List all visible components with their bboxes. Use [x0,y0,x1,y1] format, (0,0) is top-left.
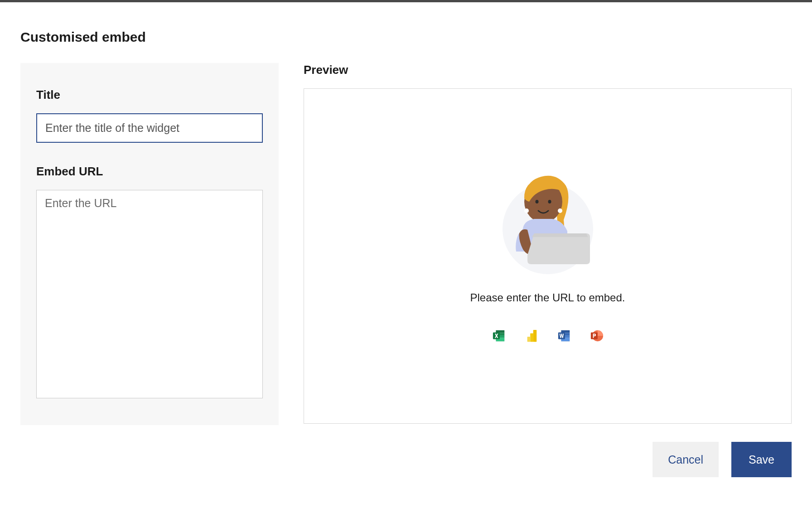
preview-message: Please enter the URL to embed. [470,291,625,304]
embed-url-input[interactable] [36,190,263,398]
app-icons-row [492,329,604,343]
preview-panel: Please enter the URL to embed. [304,88,792,424]
svg-rect-14 [527,336,531,341]
embed-url-label: Embed URL [36,165,263,179]
preview-illustration [491,170,604,274]
dialog-title: Customised embed [20,29,792,45]
excel-icon [492,329,506,343]
button-row: Cancel Save [304,442,792,477]
svg-rect-12 [533,329,536,341]
title-input[interactable] [36,113,263,143]
svg-rect-13 [530,333,534,342]
save-button[interactable]: Save [731,442,792,477]
form-panel: Title Embed URL [20,63,279,425]
dialog-container: Customised embed Title Embed URL Preview [0,2,812,498]
powerpoint-icon [590,329,604,343]
word-icon [557,329,571,343]
cancel-button[interactable]: Cancel [652,442,719,477]
preview-column: Preview [304,63,792,477]
content-row: Title Embed URL Preview [20,63,792,477]
preview-label: Preview [304,63,792,77]
svg-point-4 [524,208,529,213]
svg-point-2 [535,200,538,203]
title-label: Title [36,88,263,102]
svg-point-5 [558,208,562,213]
powerbi-icon [525,329,538,343]
svg-rect-20 [558,332,565,339]
svg-point-3 [548,200,551,203]
